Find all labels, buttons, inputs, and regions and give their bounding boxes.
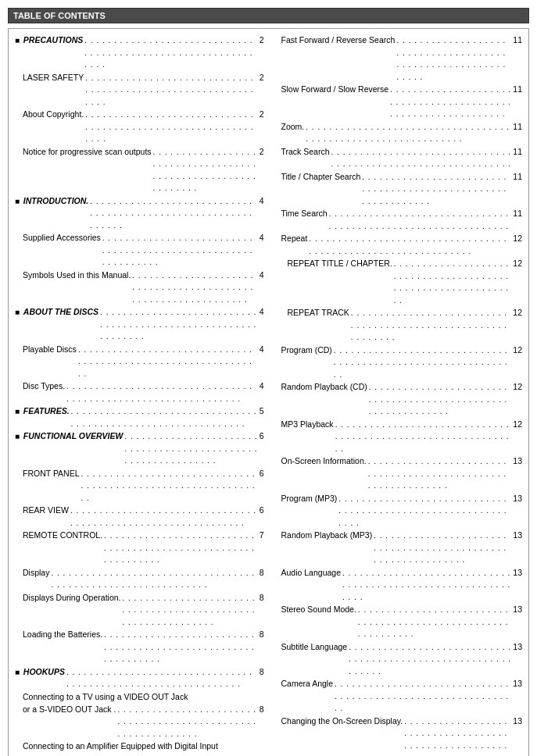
entry-page: 9 — [260, 753, 264, 756]
entry-page: 12 — [513, 232, 522, 244]
toc-entry: ■ FUNCTIONAL OVERVIEW. . . . . . . . . .… — [15, 430, 264, 467]
toc-entry: LASER SAFETY. . . . . . . . . . . . . . … — [15, 71, 264, 109]
entry-label: Camera Angle — [281, 677, 334, 690]
toc-entry: Fast Forward / Reverse Search. . . . . .… — [274, 34, 523, 83]
toc-section: TABLE OF CONTENTS ■ PRECAUTIONS. . . . .… — [8, 8, 529, 756]
entry-dots: . . . . . . . . . . . . . . . . . . . . … — [104, 629, 258, 665]
entry-dots: . . . . . . . . . . . . . . . . . . . . … — [66, 380, 258, 405]
entry-page: 4 — [260, 380, 264, 392]
toc-entry: ■ ABOUT THE DISCS. . . . . . . . . . . .… — [15, 305, 264, 343]
entry-dots: . . . . . . . . . . . . . . . . . . . . … — [117, 704, 257, 740]
toc-entry: FRONT PANEL. . . . . . . . . . . . . . .… — [15, 467, 264, 505]
entry-dots: . . . . . . . . . . . . . . . . . . . . … — [334, 344, 511, 381]
entry-dots: . . . . . . . . . . . . . . . . . . . . … — [358, 604, 511, 640]
entry-dots: . . . . . . . . . . . . . . . . . . . . … — [122, 592, 257, 629]
entry-page: 13 — [513, 455, 522, 467]
entry-page: 6 — [260, 430, 264, 442]
entry-page: 13 — [513, 566, 522, 579]
toc-entry: Supplied Accessories. . . . . . . . . . … — [15, 231, 264, 269]
entry-page: 12 — [513, 380, 522, 393]
entry-page: 12 — [513, 257, 522, 269]
entry-dots: . . . . . . . . . . . . . . . . . . . . … — [368, 455, 512, 492]
toc-entry: About Copyright.. . . . . . . . . . . . … — [15, 108, 264, 145]
entry-page: 8 — [260, 591, 264, 604]
entry-page: 13 — [513, 715, 522, 727]
entry-dots: . . . . . . . . . . . . . . . . . . . . … — [335, 419, 512, 455]
toc-entry: Random Playback (MP3). . . . . . . . . .… — [274, 529, 523, 566]
toc-entry: ■ FEATURES.. . . . . . . . . . . . . . .… — [15, 405, 264, 430]
entry-dots: . . . . . . . . . . . . . . . . . . . . … — [342, 567, 511, 604]
toc-entry: Repeat. . . . . . . . . . . . . . . . . … — [274, 232, 523, 257]
entry-label: Jacks such as MD deck or DAT deck — [23, 753, 156, 756]
entry-dots: . . . . . . . . . . . . . . . . . . . . … — [329, 208, 512, 232]
entry-label: ■ FEATURES. — [15, 405, 70, 418]
toc-entry: Display. . . . . . . . . . . . . . . . .… — [15, 566, 264, 591]
toc-entry: Loading the Batteries.. . . . . . . . . … — [15, 628, 264, 665]
entry-dots: . . . . . . . . . . . . . . . . . . . . … — [335, 678, 511, 715]
entry-label: Random Playback (MP3) — [281, 529, 373, 541]
entry-label: Changing the On-Screen Display. — [281, 715, 403, 727]
entry-page: 11 — [513, 34, 522, 46]
toc-left-column: ■ PRECAUTIONS. . . . . . . . . . . . . .… — [15, 34, 264, 756]
entry-page: 8 — [260, 703, 264, 715]
toc-entry: Symbols Used in this Manual.. . . . . . … — [15, 269, 264, 306]
entry-label: About Copyright. — [23, 108, 84, 120]
entry-label: REMOTE CONTROL. — [23, 529, 102, 541]
entry-dots: . . . . . . . . . . . . . . . . . . . . … — [102, 232, 258, 269]
entry-label: Program (CD) — [281, 344, 332, 356]
toc-entry: Track Search. . . . . . . . . . . . . . … — [274, 145, 523, 170]
toc-entry: Changing the On-Screen Display.. . . . .… — [274, 715, 523, 757]
entry-page: 11 — [513, 120, 522, 133]
entry-label: Zoom. — [281, 120, 305, 133]
entry-dots: . . . . . . . . . . . . . . . . . . . . … — [90, 195, 257, 232]
toc-entry: Title / Chapter Search. . . . . . . . . … — [274, 170, 523, 208]
entry-page: 11 — [513, 207, 522, 219]
entry-label: MP3 Playback — [281, 418, 334, 430]
entry-label: Title / Chapter Search — [281, 170, 361, 183]
entry-label: ■ ABOUT THE DISCS — [15, 305, 98, 319]
entry-label: Supplied Accessories — [23, 231, 101, 244]
toc-entry: REAR VIEW. . . . . . . . . . . . . . . .… — [15, 504, 264, 529]
entry-label: Displays During Operation. — [23, 591, 120, 604]
entry-page: 5 — [260, 405, 264, 417]
entry-dots: . . . . . . . . . . . . . . . . . . . . … — [349, 641, 511, 678]
entry-dots: . . . . . . . . . . . . . . . . . . . . … — [85, 109, 257, 145]
toc-entry: Playable Discs. . . . . . . . . . . . . … — [15, 343, 264, 380]
entry-page: 8 — [260, 566, 264, 579]
entry-dots: . . . . . . . . . . . . . . . . . . . . … — [338, 493, 511, 530]
entry-page: 4 — [260, 269, 264, 281]
entry-page: 13 — [513, 492, 522, 505]
entry-dots: . . . . . . . . . . . . . . . . . . . . … — [84, 34, 257, 71]
toc-right-column: Fast Forward / Reverse Search. . . . . .… — [274, 34, 523, 756]
entry-dots: . . . . . . . . . . . . . . . . . . . . … — [81, 468, 258, 505]
entry-label: ■ PRECAUTIONS — [15, 34, 83, 47]
entry-label: ■ HOOKUPS — [15, 665, 65, 679]
entry-dots: . . . . . . . . . . . . . . . . . . . . … — [306, 121, 511, 145]
entry-label: Stereo Sound Mode. — [281, 603, 356, 615]
entry-dots: . . . . . . . . . . . . . . . . . . . . … — [104, 530, 258, 566]
entry-page: 4 — [260, 194, 264, 207]
entry-dots: . . . . . . . . . . . . . . . . . . . . … — [390, 84, 511, 120]
toc-entry: ■ INTRODUCTION.. . . . . . . . . . . . .… — [15, 194, 264, 232]
toc-container: ■ PRECAUTIONS. . . . . . . . . . . . . .… — [8, 28, 529, 756]
entry-dots: . . . . . . . . . . . . . . . . . . . . … — [394, 258, 512, 306]
entry-dots: . . . . . . . . . . . . . . . . . . . . … — [374, 530, 511, 566]
entry-dots: . . . . . . . . . . . . . . . . . . . . … — [132, 269, 257, 306]
entry-dots: . . . . . . . . . . . . . . . . . . . . … — [66, 666, 258, 690]
entry-dots: . . . . . . . . . . . . . . . . . . . . … — [85, 72, 257, 109]
entry-label: Fast Forward / Reverse Search — [281, 34, 396, 46]
toc-entry: Stereo Sound Mode.. . . . . . . . . . . … — [274, 603, 523, 640]
entry-dots: . . . . . . . . . . . . . . . . . . . . … — [331, 146, 512, 170]
entry-page: 8 — [260, 665, 264, 678]
toc-entry: Jacks such as MD deck or DAT deck. . . .… — [15, 753, 264, 756]
entry-dots: . . . . . . . . . . . . . . . . . . . . … — [362, 171, 511, 208]
entry-label: Program (MP3) — [281, 492, 338, 505]
entry-dots: . . . . . . . . . . . . . . . . . . . . … — [124, 430, 257, 467]
toc-entry: On-Screen Information.. . . . . . . . . … — [274, 455, 523, 492]
entry-label: Disc Types. — [23, 380, 65, 392]
entry-label: LASER SAFETY — [23, 71, 84, 84]
entry-page: 4 — [260, 231, 264, 244]
entry-dots: . . . . . . . . . . . . . . . . . . . . … — [396, 34, 511, 83]
entry-label: On-Screen Information. — [281, 455, 367, 467]
entry-page: 7 — [260, 529, 264, 541]
